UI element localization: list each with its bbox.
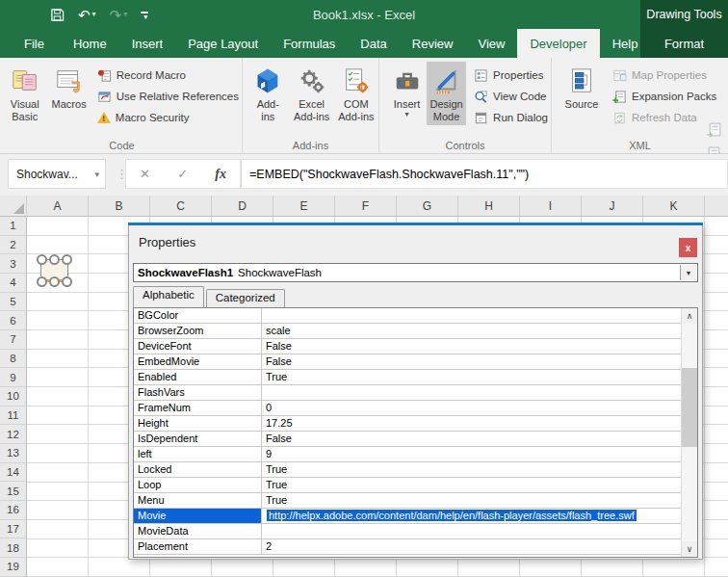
column-header-partial[interactable] — [705, 196, 728, 216]
row-header[interactable]: 15 — [0, 482, 26, 501]
row-header[interactable]: 5 — [0, 293, 26, 312]
property-value-cell[interactable] — [262, 524, 681, 538]
property-name-cell[interactable]: EmbedMovie — [134, 354, 262, 369]
property-name-cell[interactable]: Locked — [134, 462, 262, 477]
row-header[interactable]: 14 — [0, 463, 26, 483]
ribbon-tab[interactable]: Page Layout — [175, 29, 271, 58]
property-name-cell[interactable]: Menu — [134, 493, 262, 508]
properties-tab[interactable]: Categorized — [206, 289, 285, 307]
ribbon-tab[interactable]: Formulas — [271, 29, 348, 58]
property-row[interactable]: BGColor — [134, 308, 681, 324]
add-ins-button[interactable]: Add- ins — [247, 62, 290, 125]
run-dialog-button[interactable]: Run Dialog — [471, 107, 551, 128]
property-value-cell[interactable] — [262, 308, 681, 323]
column-header[interactable]: J — [582, 196, 643, 216]
property-row[interactable]: left 9 — [134, 447, 681, 462]
use-relative-references-button[interactable]: Use Relative References — [94, 86, 242, 107]
record-macro-button[interactable]: Record Macro — [94, 65, 242, 86]
visual-basic-button[interactable]: Visual Basic — [2, 62, 47, 125]
view-code-button[interactable]: View Code — [471, 86, 551, 107]
property-row[interactable]: FrameNum 0 — [134, 401, 681, 416]
property-row[interactable]: FlashVars — [134, 385, 681, 401]
properties-tab[interactable]: Alphabetic — [133, 286, 204, 307]
source-button[interactable]: Source — [558, 62, 606, 113]
row-header[interactable]: 13 — [0, 444, 26, 463]
selection-handle-bottom-left[interactable] — [37, 276, 47, 287]
property-value-cell[interactable]: True — [262, 462, 681, 477]
row-header[interactable]: 16 — [0, 501, 26, 520]
property-row[interactable]: IsDependent False — [134, 432, 681, 447]
macro-security-button[interactable]: ! Macro Security — [94, 107, 242, 128]
row-header[interactable]: 1 — [0, 217, 26, 236]
property-row[interactable]: Height 17.25 — [134, 416, 681, 432]
ribbon-tab[interactable]: Review — [400, 29, 466, 58]
property-value-cell[interactable]: True — [262, 493, 681, 508]
property-value-cell[interactable]: 17.25 — [262, 416, 681, 431]
property-name-cell[interactable]: MovieData — [134, 524, 262, 538]
row-header[interactable]: 8 — [0, 350, 26, 369]
com-add-ins-button[interactable]: COM Add-ins — [334, 62, 378, 125]
column-header[interactable]: G — [397, 196, 458, 216]
undo-dropdown-icon[interactable]: ▾ — [92, 11, 96, 18]
control-properties-button[interactable]: Properties — [471, 65, 551, 86]
property-name-cell[interactable]: DeviceFont — [134, 339, 262, 354]
excel-add-ins-button[interactable]: Excel Add-ins — [290, 62, 334, 125]
column-header[interactable]: A — [27, 196, 89, 216]
selection-handle-bottom-right[interactable] — [62, 276, 72, 287]
property-value-cell[interactable]: True — [262, 478, 681, 492]
property-name-cell[interactable]: Enabled — [134, 370, 262, 384]
selection-handle-bottom-center[interactable] — [49, 276, 60, 287]
row-header[interactable]: 10 — [0, 387, 26, 407]
redo-button[interactable]: ↷ ▾ — [110, 8, 128, 22]
property-value-cell[interactable]: 2 — [262, 539, 681, 554]
column-header[interactable]: I — [520, 196, 582, 216]
row-header[interactable]: 6 — [0, 311, 26, 330]
macros-button[interactable]: Macros — [47, 62, 90, 113]
object-selector-combobox[interactable]: ShockwaveFlash1 ShockwaveFlash ▾ — [133, 263, 698, 282]
row-header[interactable]: 12 — [0, 425, 26, 444]
property-name-cell[interactable]: Placement — [134, 539, 262, 554]
property-value-cell[interactable] — [262, 385, 681, 400]
property-row[interactable]: Locked True — [134, 462, 681, 478]
property-name-cell[interactable]: FrameNum — [134, 401, 262, 415]
property-value-cell[interactable]: scale — [262, 324, 681, 338]
ribbon-tab[interactable]: Insert — [119, 29, 176, 58]
property-row[interactable]: BrowserZoom scale — [134, 324, 681, 339]
property-row[interactable]: Enabled True — [134, 370, 681, 385]
property-name-cell[interactable]: FlashVars — [134, 385, 262, 400]
property-name-cell[interactable]: IsDependent — [134, 432, 262, 446]
property-name-cell[interactable]: Loop — [134, 478, 262, 492]
scroll-up-icon[interactable]: ∧ — [682, 308, 697, 324]
property-value-cell[interactable]: False — [262, 432, 681, 446]
row-header[interactable]: 17 — [0, 520, 26, 539]
formula-input[interactable]: =EMBED("ShockwaveFlash.ShockwaveFlash.11… — [241, 159, 728, 189]
insert-control-button[interactable]: Insert ▾ — [387, 62, 427, 120]
undo-button[interactable]: ↶ ▾ — [78, 8, 96, 22]
property-name-cell[interactable]: BGColor — [134, 308, 262, 323]
row-header[interactable]: 3 — [0, 254, 26, 274]
property-row[interactable]: Loop True — [134, 478, 681, 493]
ribbon-tab[interactable]: Data — [348, 29, 399, 58]
row-header[interactable]: 11 — [0, 407, 26, 426]
column-header[interactable]: C — [150, 196, 212, 216]
customize-qat-button[interactable]: ▾ — [141, 12, 148, 19]
property-row[interactable]: Menu True — [134, 493, 681, 509]
ribbon-tab[interactable]: View — [465, 29, 517, 58]
combobox-dropdown-icon[interactable]: ▾ — [680, 265, 696, 280]
property-value-cell[interactable]: True — [262, 370, 681, 384]
column-header[interactable]: F — [335, 196, 397, 216]
property-value-cell[interactable]: 9 — [262, 447, 681, 461]
property-row[interactable]: MovieData — [134, 524, 681, 539]
selection-handle-top-center[interactable] — [49, 254, 60, 265]
close-icon[interactable]: x — [679, 238, 697, 257]
ribbon-tab[interactable]: Developer — [517, 29, 599, 58]
property-value-cell[interactable]: False — [262, 339, 681, 354]
property-row[interactable]: EmbedMovie False — [134, 354, 681, 370]
save-button[interactable] — [50, 8, 65, 22]
property-value-cell[interactable]: False — [262, 354, 681, 369]
column-header[interactable]: K — [643, 196, 705, 216]
property-value-cell[interactable]: http://helpx.adobe.com/content/dam/help/… — [262, 509, 681, 523]
property-name-cell[interactable]: BrowserZoom — [134, 324, 262, 338]
tab-format[interactable]: Format — [640, 29, 728, 58]
name-box[interactable]: Shockwav... ▾ — [8, 159, 106, 189]
